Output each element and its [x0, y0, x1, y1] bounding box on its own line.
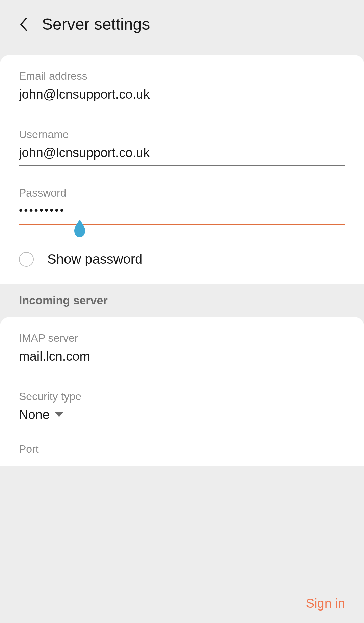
- page-title: Server settings: [42, 15, 150, 33]
- imap-field-group: IMAP server mail.lcn.com: [19, 332, 345, 369]
- password-field-group: Password •••••••••: [19, 187, 345, 225]
- show-password-row[interactable]: Show password: [19, 252, 345, 267]
- incoming-server-card: IMAP server mail.lcn.com Security type N…: [0, 317, 364, 466]
- chevron-left-icon: [19, 17, 28, 32]
- footer-bar: Sign in: [0, 584, 364, 623]
- port-label: Port: [19, 443, 345, 456]
- back-button[interactable]: [19, 17, 28, 32]
- imap-label: IMAP server: [19, 332, 345, 344]
- username-field[interactable]: john@lcnsupport.co.uk: [19, 146, 345, 166]
- sign-in-button[interactable]: Sign in: [306, 596, 345, 611]
- header: Server settings: [0, 0, 364, 48]
- account-card: Email address john@lcnsupport.co.uk User…: [0, 55, 364, 284]
- email-field-group: Email address john@lcnsupport.co.uk: [19, 70, 345, 107]
- email-label: Email address: [19, 70, 345, 82]
- dropdown-arrow-icon: [54, 412, 64, 418]
- email-field[interactable]: john@lcnsupport.co.uk: [19, 87, 345, 107]
- security-type-dropdown[interactable]: None: [19, 408, 345, 422]
- username-field-group: Username john@lcnsupport.co.uk: [19, 128, 345, 166]
- password-label: Password: [19, 187, 345, 199]
- port-field-group: Port: [19, 443, 345, 456]
- security-type-label: Security type: [19, 390, 345, 403]
- security-type-value: None: [19, 408, 50, 422]
- text-cursor-handle-icon[interactable]: [72, 220, 88, 238]
- show-password-checkbox[interactable]: [19, 252, 34, 267]
- security-type-field-group: Security type None: [19, 390, 345, 422]
- password-value: •••••••••: [19, 204, 345, 224]
- username-label: Username: [19, 128, 345, 141]
- incoming-server-header: Incoming server: [0, 284, 364, 317]
- show-password-label: Show password: [47, 252, 142, 267]
- password-field[interactable]: •••••••••: [19, 204, 345, 225]
- imap-server-field[interactable]: mail.lcn.com: [19, 349, 345, 369]
